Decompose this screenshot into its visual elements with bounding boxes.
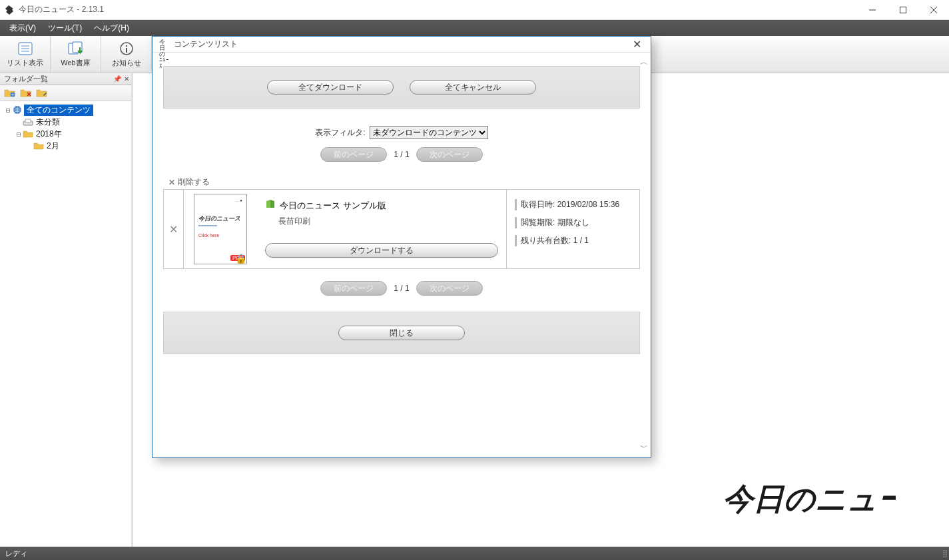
next-page-button: 次のページ: [416, 147, 483, 162]
window-close-button[interactable]: [918, 0, 949, 20]
item-download-button[interactable]: ダウンロードする: [265, 243, 498, 258]
toolbar-web-label: Web書庫: [61, 58, 90, 68]
download-all-button[interactable]: 全てダウンロード: [267, 80, 394, 95]
tree-label: 2018年: [35, 129, 63, 140]
sidebar-pin-icon[interactable]: 📌: [113, 75, 122, 83]
list-icon: [16, 41, 35, 57]
sidebar: フォルダ一覧 📌 ✕ ⊟ 全てのコンテンツ 未分類 ⊟: [0, 73, 133, 547]
tray-icon: [23, 117, 33, 127]
watermark-logo: 今日のニュース: [723, 475, 896, 521]
acq-value: 2019/02/08 15:36: [557, 200, 619, 209]
prev-page-button-bottom: 前のページ: [320, 281, 387, 296]
cancel-all-button[interactable]: 全てキャンセル: [410, 80, 536, 95]
delete-folder-icon[interactable]: [20, 88, 32, 99]
tree-label: 全てのコンテンツ: [24, 105, 93, 116]
content-item: ✕ … ● 今日のニュース ━━━━━━━ Click here PDF 🔒 今…: [163, 189, 640, 269]
folder-icon: [23, 129, 33, 139]
book-icon: [265, 199, 276, 212]
web-archive-icon: [67, 41, 85, 57]
tree-expander-icon[interactable]: ⊟: [4, 107, 12, 114]
bulk-action-panel: 全てダウンロード 全てキャンセル: [163, 66, 640, 109]
app-icon: [4, 5, 15, 15]
maximize-icon: [900, 7, 906, 13]
lock-icon: 🔒: [235, 253, 246, 264]
close-icon: [930, 7, 937, 13]
tree-item-uncategorized[interactable]: 未分類: [4, 116, 129, 128]
tree-label: 未分類: [35, 117, 61, 128]
acq-label: 取得日時:: [521, 200, 555, 209]
new-folder-icon[interactable]: [4, 88, 16, 99]
window-title: 今日のニュース - 2.13.1: [19, 4, 857, 15]
scroll-down-icon[interactable]: ﹀: [640, 442, 649, 453]
tree-expander-icon[interactable]: ⊟: [15, 131, 23, 138]
share-label: 残り共有台数:: [521, 236, 571, 245]
dialog-title-bar: 今日のﾆｭｰｽ コンテンツリスト ✕: [153, 37, 651, 53]
page-info-bottom: 1 / 1: [394, 284, 409, 293]
exp-value: 期限なし: [557, 218, 589, 227]
prev-page-button: 前のページ: [320, 147, 387, 162]
sidebar-close-icon[interactable]: ✕: [122, 75, 131, 83]
item-thumbnail[interactable]: … ● 今日のニュース ━━━━━━━ Click here PDF 🔒: [184, 190, 257, 268]
toolbar-list-button[interactable]: リスト表示: [0, 36, 51, 73]
toolbar-notice-label: お知らせ: [112, 58, 141, 68]
filter-label: 表示フィルタ:: [315, 127, 365, 139]
delete-action[interactable]: ✕ 削除する: [163, 176, 640, 188]
menu-view[interactable]: 表示(V): [9, 23, 36, 34]
globe-folder-icon: [12, 105, 23, 115]
tree-item-all-contents[interactable]: ⊟ 全てのコンテンツ: [4, 104, 129, 116]
menu-bar: 表示(V) ツール(T) ヘルプ(H): [0, 20, 949, 36]
exp-label: 閲覧期限:: [521, 218, 555, 227]
svg-rect-1: [900, 7, 906, 13]
toolbar-web-button[interactable]: Web書庫: [51, 36, 101, 73]
folder-icon: [33, 141, 44, 150]
menu-help[interactable]: ヘルプ(H): [94, 23, 129, 34]
sidebar-header: フォルダ一覧 📌 ✕: [0, 73, 131, 85]
info-icon: [117, 41, 136, 57]
svg-rect-16: [25, 119, 31, 123]
page-info: 1 / 1: [394, 150, 409, 159]
title-bar: 今日のニュース - 2.13.1: [0, 0, 949, 20]
scroll-up-icon[interactable]: ︿: [640, 57, 649, 68]
item-meta: 取得日時: 2019/02/08 15:36 閲覧期限: 期限なし 残り共有台数…: [506, 190, 639, 268]
folder-tree: ⊟ 全てのコンテンツ 未分類 ⊟ 2018年 2月: [0, 101, 131, 154]
item-publisher: 長苗印刷: [265, 216, 498, 227]
dialog-title-icon: 今日のﾆｭｰｽ: [159, 39, 170, 50]
resize-grip-icon[interactable]: ⣿: [942, 549, 949, 558]
dialog-title-text: コンテンツリスト: [174, 39, 238, 50]
status-text: レディ: [5, 549, 27, 559]
pager-top: 前のページ 1 / 1 次のページ: [163, 147, 640, 162]
toolbar-notice-button[interactable]: お知らせ: [101, 36, 152, 73]
toolbar-list-label: リスト表示: [7, 58, 43, 68]
svg-text:今日のニュース: 今日のニュース: [723, 481, 896, 516]
filter-select[interactable]: 未ダウンロードのコンテンツ: [370, 126, 488, 139]
svg-point-11: [125, 45, 127, 47]
dialog-close-button[interactable]: ✕: [630, 39, 644, 50]
svg-rect-12: [126, 48, 127, 53]
sidebar-title: フォルダ一覧: [4, 74, 48, 84]
edit-folder-icon[interactable]: [36, 88, 48, 99]
dialog-close-pill-button[interactable]: 閉じる: [338, 326, 465, 340]
x-icon: ✕: [168, 178, 175, 187]
minimize-icon: [869, 7, 876, 13]
tree-label: 2月: [45, 140, 61, 152]
delete-label: 削除する: [178, 176, 210, 188]
item-delete-button[interactable]: ✕: [164, 190, 184, 268]
close-panel: 閉じる: [163, 312, 640, 354]
tree-item-2018[interactable]: ⊟ 2018年: [4, 128, 129, 140]
filter-row: 表示フィルタ: 未ダウンロードのコンテンツ: [163, 126, 640, 139]
sidebar-folder-toolbar: [0, 85, 131, 101]
menu-tool[interactable]: ツール(T): [48, 23, 82, 34]
pager-bottom: 前のページ 1 / 1 次のページ: [163, 281, 640, 296]
item-title: 今日のニュース サンプル版: [280, 200, 386, 212]
content-list-dialog: 今日のﾆｭｰｽ コンテンツリスト ✕ ︿ 全てダウンロード 全てキャンセル 表示…: [152, 36, 651, 458]
share-value: 1 / 1: [573, 236, 589, 245]
status-bar: レディ ⣿: [0, 547, 949, 560]
window-maximize-button[interactable]: [888, 0, 918, 20]
window-minimize-button[interactable]: [857, 0, 888, 20]
next-page-button-bottom: 次のページ: [416, 281, 483, 296]
tree-item-feb[interactable]: 2月: [4, 140, 129, 152]
